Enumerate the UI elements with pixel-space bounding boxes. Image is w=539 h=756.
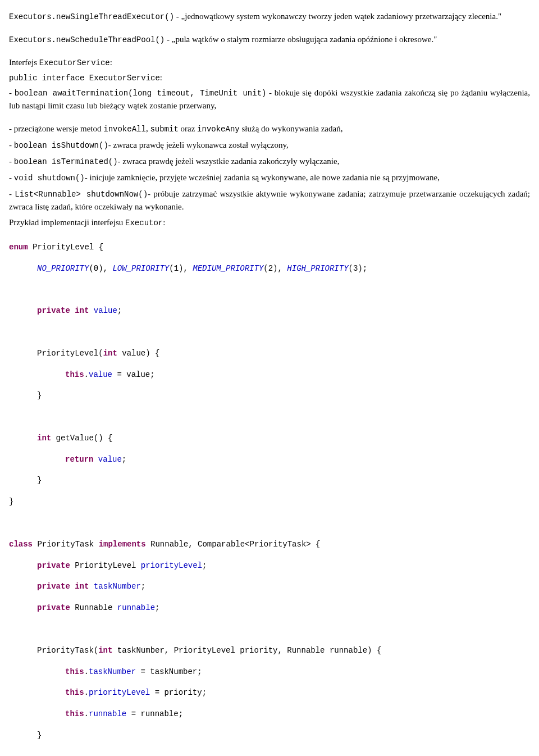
code-text: PriorityLevel(: [37, 349, 103, 358]
code-line: enum PriorityLevel {: [9, 242, 530, 253]
keyword: this: [65, 667, 84, 676]
text: - „pula wątków o stałym rozmiarze obsług…: [165, 35, 437, 44]
code-inline: invokeAny: [197, 125, 240, 134]
code-text: ;: [141, 582, 145, 591]
blank-line: [9, 284, 530, 295]
enum-const: MEDIUM_PRIORITY: [193, 264, 263, 273]
code-text: Runnable, Comparable<PriorityTask> {: [146, 540, 321, 549]
code-line: private PriorityLevel priorityLevel;: [37, 561, 530, 571]
code-text: ;: [155, 603, 159, 612]
code-line: int getValue() {: [37, 433, 530, 444]
code-line: PriorityLevel(int value) {: [37, 348, 530, 359]
enum-const: HIGH_PRIORITY: [287, 264, 348, 273]
code-text: Runnable: [70, 603, 117, 612]
code-text: = value;: [112, 370, 155, 379]
code-text: (1),: [169, 264, 193, 273]
text: - inicjuje zamknięcie, przyjęte wcześnie…: [85, 173, 440, 182]
blank-line: [9, 752, 530, 756]
keyword: implements: [99, 540, 146, 549]
field: taskNumber: [89, 582, 140, 591]
code-line: }: [9, 497, 530, 507]
paragraph-1: Executors.newSingleThreadExecutor() - „j…: [9, 10, 530, 23]
code-inline: boolean isTerminated(): [14, 157, 118, 166]
code-text: }: [37, 731, 42, 740]
code-text: .: [84, 370, 89, 379]
code-line: this.runnable = runnable;: [65, 709, 530, 719]
code-text: ;: [117, 306, 122, 315]
enum-const: NO_PRIORITY: [37, 264, 89, 273]
text: -: [9, 189, 15, 198]
paragraph-9: Przykład implementacji interfejsu Execut…: [9, 216, 530, 229]
keyword: private: [37, 561, 70, 570]
code-inline: boolean awaitTermination(long timeout, T…: [15, 89, 267, 98]
keyword: int: [103, 349, 117, 358]
paragraph-7: - void shutdown()- inicjuje zamknięcie, …: [9, 171, 530, 184]
keyword: private: [37, 603, 70, 612]
code-line: private int taskNumber;: [37, 581, 530, 592]
field: value: [89, 306, 117, 315]
blank-line: [9, 518, 530, 529]
code-inline: void shutdown(): [14, 174, 85, 183]
code-text: value) {: [117, 349, 160, 358]
code-inline: Executors.newScheduleThreadPool(): [9, 35, 165, 44]
code-inline: List<Runnable> shutdownNow(): [15, 190, 148, 199]
keyword: private int: [37, 306, 89, 315]
code-text: (3);: [349, 264, 368, 273]
keyword: int: [37, 434, 51, 443]
code-inline: ExecutorService: [39, 58, 110, 67]
keyword: private int: [37, 582, 89, 591]
code-inline: Executors.newSingleThreadExecutor(): [9, 12, 174, 21]
keyword: enum: [9, 243, 28, 252]
field: runnable: [89, 709, 126, 718]
text: :: [110, 58, 112, 67]
keyword: this: [65, 370, 84, 379]
text: :: [163, 218, 165, 227]
code-text: = taskNumber;: [136, 667, 202, 676]
paragraph-5: - boolean isShutdown()- zwraca prawdę je…: [9, 139, 530, 152]
blank-line: [9, 624, 530, 635]
code-text: = runnable;: [126, 709, 183, 718]
code-text: ;: [202, 561, 207, 570]
code-line: NO_PRIORITY(0), LOW_PRIORITY(1), MEDIUM_…: [37, 263, 530, 274]
keyword: this: [65, 688, 84, 697]
code-line: return value;: [65, 454, 530, 465]
field: priorityLevel: [141, 561, 202, 570]
code-inline: boolean isShutdown(): [14, 141, 108, 150]
code-line: }: [37, 730, 530, 741]
code-text: taskNumber, PriorityLevel priority, Runn…: [112, 646, 381, 655]
code-line: private int value;: [37, 306, 530, 316]
code-text: (0),: [89, 264, 112, 273]
code-line: this.taskNumber = taskNumber;: [65, 667, 530, 677]
text: Przykład implementacji interfejsu: [9, 218, 125, 227]
code-text: .: [84, 667, 89, 676]
text: oraz: [179, 124, 197, 133]
code-inline: submit: [150, 125, 178, 134]
text: - przeciążone wersje metod: [9, 124, 103, 133]
code-text: }: [37, 476, 42, 485]
code-text: getValue() {: [51, 434, 112, 443]
field: value: [93, 455, 121, 464]
text: -: [9, 88, 15, 97]
text: - zwraca prawdę jeżeli wykonawca został …: [108, 140, 289, 149]
code-line: PriorityTask(int taskNumber, PriorityLev…: [37, 645, 530, 656]
text: -: [9, 173, 14, 182]
code-block: enum PriorityLevel { NO_PRIORITY(0), LOW…: [9, 231, 530, 756]
enum-const: LOW_PRIORITY: [112, 264, 169, 273]
code-text: PriorityTask: [33, 540, 99, 549]
code-text: PriorityTask(: [37, 646, 98, 655]
code-text: .: [84, 709, 89, 718]
code-line: this.value = value;: [65, 370, 530, 380]
code-line: }: [37, 475, 530, 486]
paragraph-3b: public interface ExecutorService:: [9, 71, 530, 84]
code-text: = priority;: [150, 688, 207, 697]
field: priorityLevel: [89, 688, 150, 697]
paragraph-6: - boolean isTerminated()- zwraca prawdę …: [9, 155, 530, 168]
code-inline: public interface ExecutorService: [9, 74, 160, 83]
code-line: private Runnable runnable;: [37, 603, 530, 613]
text: :: [160, 73, 162, 82]
code-text: ;: [122, 455, 126, 464]
field: taskNumber: [89, 667, 136, 676]
code-line: }: [37, 390, 530, 401]
text: Interfejs: [9, 58, 39, 67]
code-text: }: [37, 391, 42, 400]
